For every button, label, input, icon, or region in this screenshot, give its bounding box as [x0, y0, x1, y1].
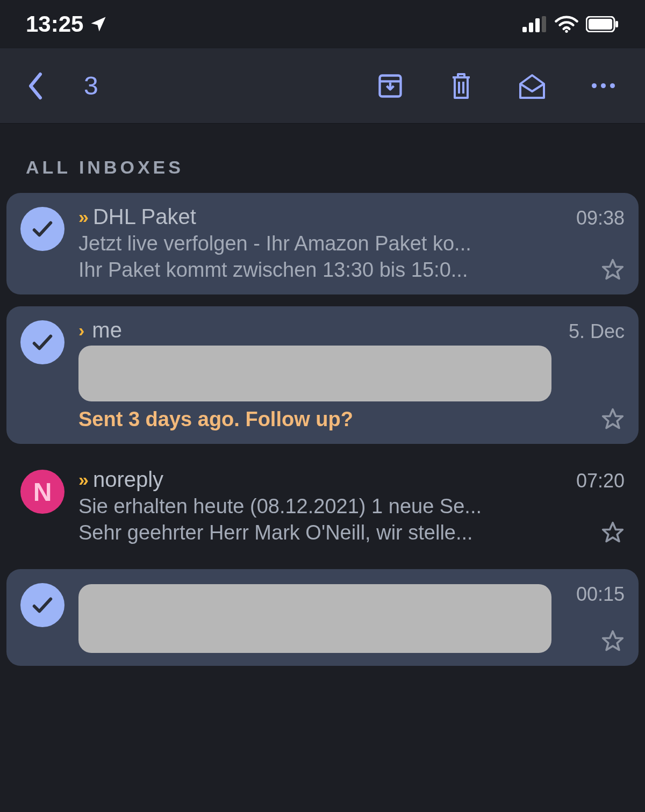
sender-avatar[interactable]: N [20, 470, 64, 514]
star-button[interactable] [601, 629, 625, 653]
svg-rect-2 [535, 18, 540, 32]
email-row[interactable]: › me Sent 3 days ago. Follow up? 5. Dec [6, 306, 639, 444]
svg-marker-13 [603, 260, 623, 279]
wifi-icon [555, 16, 578, 33]
svg-marker-16 [603, 631, 623, 650]
svg-point-4 [565, 30, 568, 33]
selection-toolbar: 3 [0, 48, 645, 124]
status-bar: 13:25 [0, 0, 645, 48]
status-time: 13:25 [26, 11, 83, 37]
redacted-block [78, 346, 551, 401]
battery-icon [586, 16, 619, 32]
avatar-letter: N [33, 477, 52, 507]
preview: Ihr Paket kommt zwischen 13:30 bis 15:0.… [78, 258, 551, 282]
email-row[interactable]: 00:15 [6, 569, 639, 666]
star-button[interactable] [601, 407, 625, 431]
cell-signal-icon [522, 16, 547, 32]
sender: DHL Paket [93, 205, 196, 229]
selection-avatar[interactable] [20, 207, 64, 251]
time: 09:38 [576, 207, 625, 229]
importance-icon: » [78, 206, 85, 227]
nudge-text: Sent 3 days ago. Follow up? [78, 408, 551, 431]
more-button[interactable] [587, 70, 619, 102]
time: 00:15 [576, 583, 625, 606]
location-icon [89, 15, 108, 34]
section-header: ALL INBOXES [0, 124, 645, 193]
importance-icon: › [78, 320, 84, 341]
svg-rect-7 [615, 21, 618, 27]
svg-rect-3 [542, 16, 546, 32]
delete-button[interactable] [445, 70, 477, 102]
svg-rect-6 [589, 19, 612, 30]
redacted-block [78, 584, 551, 653]
subject: Jetzt live verfolgen - Ihr Amazon Paket … [78, 232, 551, 255]
selection-avatar[interactable] [20, 583, 64, 627]
archive-button[interactable] [374, 70, 406, 102]
time: 5. Dec [569, 320, 625, 343]
selection-avatar[interactable] [20, 320, 64, 364]
importance-icon: » [78, 469, 85, 490]
svg-marker-14 [603, 409, 623, 428]
mark-read-button[interactable] [516, 70, 548, 102]
sender: noreply [93, 468, 163, 492]
sender: me [92, 318, 122, 342]
subject: Sie erhalten heute (08.12.2021) 1 neue S… [78, 495, 551, 518]
email-row[interactable]: N » noreply Sie erhalten heute (08.12.20… [6, 456, 639, 557]
svg-rect-1 [529, 23, 533, 32]
back-button[interactable] [19, 72, 52, 100]
time: 07:20 [576, 470, 625, 492]
email-list: » DHL Paket Jetzt live verfolgen - Ihr A… [0, 193, 645, 666]
selection-count: 3 [84, 71, 98, 100]
preview: Sehr geehrter Herr Mark O'Neill, wir ste… [78, 521, 551, 544]
star-button[interactable] [601, 258, 625, 282]
svg-rect-0 [522, 27, 527, 32]
star-button[interactable] [601, 521, 625, 544]
svg-marker-15 [603, 523, 623, 542]
email-row[interactable]: » DHL Paket Jetzt live verfolgen - Ihr A… [6, 193, 639, 294]
